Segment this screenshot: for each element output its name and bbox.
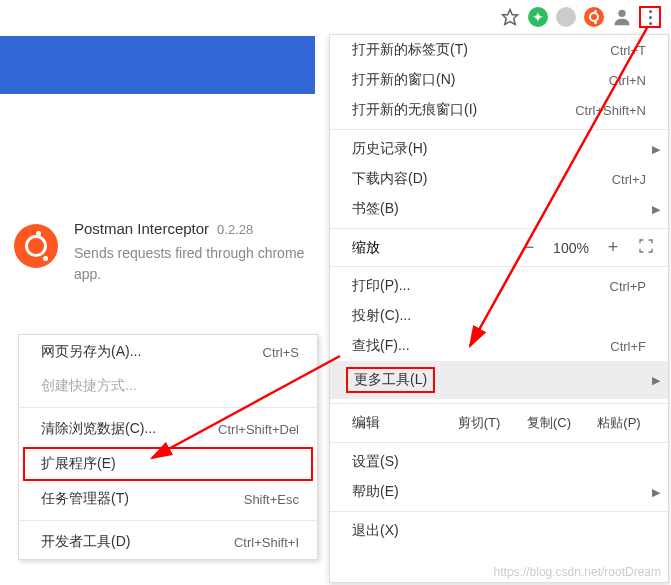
menu-shortcut: Ctrl+J bbox=[612, 172, 646, 187]
menu-label: 打开新的窗口(N) bbox=[352, 71, 455, 89]
chevron-right-icon: ▶ bbox=[652, 374, 660, 387]
browser-toolbar: ✦ bbox=[499, 0, 671, 34]
menu-shortcut: Ctrl+F bbox=[610, 339, 646, 354]
menu-shortcut: Ctrl+N bbox=[609, 73, 646, 88]
menu-settings[interactable]: 设置(S) bbox=[330, 447, 668, 477]
chrome-main-menu: 打开新的标签页(T)Ctrl+T 打开新的窗口(N)Ctrl+N 打开新的无痕窗… bbox=[329, 34, 669, 583]
menu-edit-row: 编辑 剪切(T) 复制(C) 粘贴(P) bbox=[330, 408, 668, 438]
postman-icon[interactable] bbox=[583, 6, 605, 28]
menu-label: 扩展程序(E) bbox=[41, 455, 116, 473]
menu-label: 创建快捷方式... bbox=[41, 377, 137, 395]
menu-label: 打印(P)... bbox=[352, 277, 410, 295]
chevron-right-icon: ▶ bbox=[652, 486, 660, 499]
menu-label: 设置(S) bbox=[352, 453, 399, 471]
menu-label: 历史记录(H) bbox=[352, 140, 427, 158]
chevron-right-icon: ▶ bbox=[652, 143, 660, 156]
menu-divider bbox=[330, 228, 668, 229]
menu-print[interactable]: 打印(P)...Ctrl+P bbox=[330, 271, 668, 301]
edit-cut-button[interactable]: 剪切(T) bbox=[444, 414, 514, 432]
menu-downloads[interactable]: 下载内容(D)Ctrl+J bbox=[330, 164, 668, 194]
menu-task-manager[interactable]: 任务管理器(T) Shift+Esc bbox=[19, 482, 317, 516]
menu-label: 网页另存为(A)... bbox=[41, 343, 141, 361]
menu-label: 查找(F)... bbox=[352, 337, 410, 355]
menu-help[interactable]: 帮助(E)▶ bbox=[330, 477, 668, 507]
menu-history[interactable]: 历史记录(H)▶ bbox=[330, 134, 668, 164]
svg-marker-0 bbox=[503, 10, 518, 25]
menu-save-page-as[interactable]: 网页另存为(A)... Ctrl+S bbox=[19, 335, 317, 369]
menu-shortcut: Ctrl+Shift+I bbox=[234, 535, 299, 550]
menu-more-tools[interactable]: 更多工具(L)▶ bbox=[330, 361, 668, 399]
menu-label: 帮助(E) bbox=[352, 483, 399, 501]
zoom-value: 100% bbox=[546, 240, 596, 256]
zoom-out-button[interactable]: − bbox=[512, 237, 546, 258]
menu-divider bbox=[330, 403, 668, 404]
watermark-text: https://blog.csdn.net/rootDream bbox=[494, 565, 661, 579]
extension-description: Sends requests fired through chrome app. bbox=[74, 243, 329, 285]
menu-label: 打开新的无痕窗口(I) bbox=[352, 101, 477, 119]
profile-icon[interactable] bbox=[611, 6, 633, 28]
menu-divider bbox=[19, 407, 317, 408]
menu-divider bbox=[330, 129, 668, 130]
zoom-in-button[interactable]: + bbox=[596, 237, 630, 258]
menu-zoom-row: 缩放 − 100% + bbox=[330, 233, 668, 262]
chevron-right-icon: ▶ bbox=[652, 203, 660, 216]
edit-copy-button[interactable]: 复制(C) bbox=[514, 414, 584, 432]
extension-version: 0.2.28 bbox=[217, 222, 253, 237]
edit-label: 编辑 bbox=[352, 414, 444, 432]
menu-label: 任务管理器(T) bbox=[41, 490, 129, 508]
menu-new-tab[interactable]: 打开新的标签页(T)Ctrl+T bbox=[330, 35, 668, 65]
menu-exit[interactable]: 退出(X) bbox=[330, 516, 668, 546]
fullscreen-button[interactable] bbox=[638, 238, 654, 257]
blue-header-bar bbox=[0, 36, 315, 94]
extension-name: Postman Interceptor bbox=[74, 220, 209, 237]
extension-gray-icon[interactable] bbox=[555, 6, 577, 28]
bookmark-star-icon[interactable] bbox=[499, 6, 521, 28]
menu-label: 更多工具(L) bbox=[346, 367, 435, 393]
zoom-label: 缩放 bbox=[352, 239, 512, 257]
menu-cast[interactable]: 投射(C)... bbox=[330, 301, 668, 331]
menu-shortcut: Shift+Esc bbox=[244, 492, 299, 507]
svg-point-1 bbox=[618, 10, 625, 17]
menu-new-window[interactable]: 打开新的窗口(N)Ctrl+N bbox=[330, 65, 668, 95]
kebab-menu-icon[interactable] bbox=[639, 6, 661, 28]
more-tools-submenu: 网页另存为(A)... Ctrl+S 创建快捷方式... 清除浏览数据(C)..… bbox=[18, 334, 318, 560]
menu-label: 退出(X) bbox=[352, 522, 399, 540]
menu-shortcut: Ctrl+Shift+Del bbox=[218, 422, 299, 437]
menu-label: 下载内容(D) bbox=[352, 170, 427, 188]
menu-shortcut: Ctrl+T bbox=[610, 43, 646, 58]
menu-shortcut: Ctrl+S bbox=[263, 345, 299, 360]
menu-divider bbox=[19, 520, 317, 521]
menu-divider bbox=[330, 442, 668, 443]
menu-new-incognito[interactable]: 打开新的无痕窗口(I)Ctrl+Shift+N bbox=[330, 95, 668, 125]
edit-paste-button[interactable]: 粘贴(P) bbox=[584, 414, 654, 432]
menu-label: 清除浏览数据(C)... bbox=[41, 420, 156, 438]
menu-find[interactable]: 查找(F)...Ctrl+F bbox=[330, 331, 668, 361]
menu-divider bbox=[330, 266, 668, 267]
menu-label: 书签(B) bbox=[352, 200, 399, 218]
menu-create-shortcut[interactable]: 创建快捷方式... bbox=[19, 369, 317, 403]
menu-developer-tools[interactable]: 开发者工具(D) Ctrl+Shift+I bbox=[19, 525, 317, 559]
menu-label: 打开新的标签页(T) bbox=[352, 41, 468, 59]
postman-extension-icon bbox=[14, 224, 58, 268]
menu-shortcut: Ctrl+Shift+N bbox=[575, 103, 646, 118]
menu-shortcut: Ctrl+P bbox=[610, 279, 646, 294]
menu-divider bbox=[330, 511, 668, 512]
evernote-icon[interactable]: ✦ bbox=[527, 6, 549, 28]
menu-clear-browsing-data[interactable]: 清除浏览数据(C)... Ctrl+Shift+Del bbox=[19, 412, 317, 446]
extension-card: Postman Interceptor 0.2.28 Sends request… bbox=[14, 220, 329, 285]
menu-bookmarks[interactable]: 书签(B)▶ bbox=[330, 194, 668, 224]
menu-label: 开发者工具(D) bbox=[41, 533, 130, 551]
menu-label: 投射(C)... bbox=[352, 307, 411, 325]
menu-extensions[interactable]: 扩展程序(E) bbox=[23, 447, 313, 481]
